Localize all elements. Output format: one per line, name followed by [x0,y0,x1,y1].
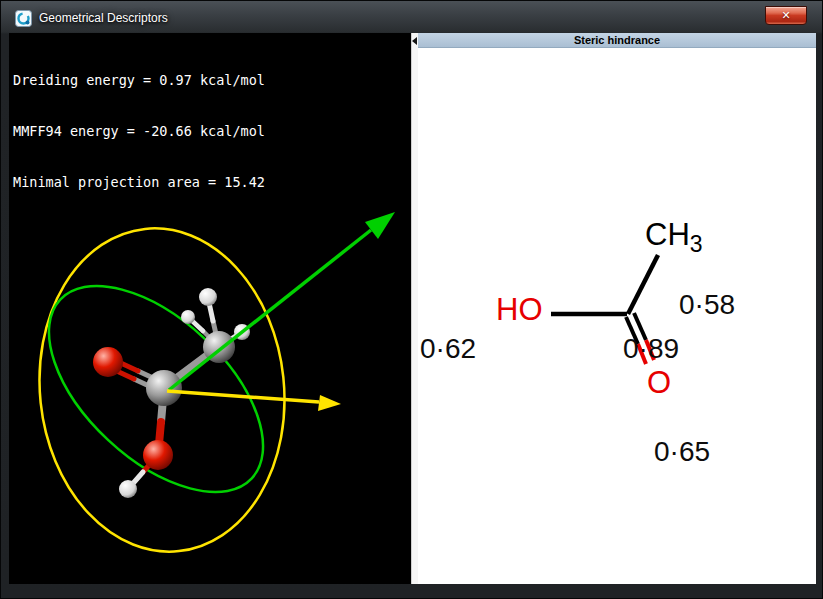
panel-splitter[interactable] [411,33,418,584]
hydrogen-atom [181,310,195,324]
steric-value: 0·89 [623,333,679,365]
window-content: Dreiding energy = 0.97 kcal/mol MMFF94 e… [9,33,816,584]
descriptor-line: Minimal projection area = 15.42 [13,174,411,191]
hydrogen-atom [119,480,137,498]
carbonyl-oxygen-label: O [647,365,671,401]
steric-value: 0·58 [679,289,735,321]
methyl-label: CH3 [645,217,703,258]
oxygen-atom [143,440,173,470]
splitter-collapse-icon[interactable] [412,37,417,45]
app-icon [15,10,32,27]
steric-structure-canvas[interactable]: CH3 HO O 0·58 0·62 0·89 0·65 [418,48,816,584]
descriptor-readout: Dreiding energy = 0.97 kcal/mol MMFF94 e… [9,33,411,190]
steric-value: 0·62 [420,333,476,365]
app-window: Geometrical Descriptors ✕ Dreiding energ… [0,0,823,599]
structure-bonds [418,48,816,584]
oxygen-atom [93,347,123,377]
hydroxyl-label: HO [496,292,543,328]
window-title: Geometrical Descriptors [39,11,168,25]
steric-value: 0·65 [654,436,710,468]
molecule-3d-canvas[interactable] [9,190,411,584]
carbon-atom [146,370,182,406]
close-icon: ✕ [781,9,790,22]
molecule-3d-viewer[interactable] [9,190,411,584]
hydrogen-atom [199,288,217,306]
geometry-panel: Dreiding energy = 0.97 kcal/mol MMFF94 e… [9,33,411,584]
descriptor-line: MMFF94 energy = -20.66 kcal/mol [13,123,411,140]
steric-header: Steric hindrance [418,33,816,48]
descriptor-line: Dreiding energy = 0.97 kcal/mol [13,72,411,89]
titlebar[interactable]: Geometrical Descriptors ✕ [9,4,814,32]
steric-panel: Steric hindrance CH3 HO O 0·58 0·62 0·89… [418,33,816,584]
close-button[interactable]: ✕ [765,6,807,25]
